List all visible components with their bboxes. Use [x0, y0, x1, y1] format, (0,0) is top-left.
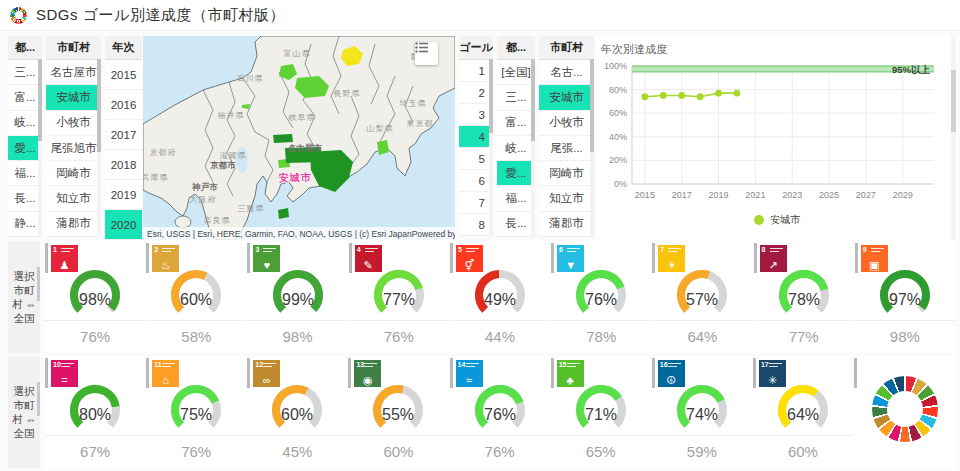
slicer-item-year[interactable]: 2017 [105, 120, 142, 150]
national-value: 67% [45, 435, 145, 468]
scrollbar[interactable] [951, 36, 956, 240]
goal-gauge-card[interactable]: 16 ☮ 74% 59% [652, 356, 752, 468]
slicer-item-municipality[interactable]: 安城市 [46, 85, 101, 110]
slicer-item-municipality[interactable]: 岡崎市 [539, 161, 594, 186]
slicer-item-prefecture[interactable]: 富... [8, 85, 42, 110]
national-value: 98% [247, 320, 347, 353]
slicer-item-municipality[interactable]: 岡崎市 [46, 161, 101, 186]
slicer-item-prefecture[interactable]: 富... [497, 111, 535, 136]
goal-gauge-card[interactable]: 15 ♣ 71% 65% [551, 356, 651, 468]
slicer-item-prefecture[interactable]: [全国] [497, 60, 535, 85]
selector-label-cell: 選択市町村 ⇔ 全国 [8, 356, 40, 468]
scrollbar[interactable] [489, 59, 493, 236]
gauge-arc: 49% [458, 263, 542, 325]
gauge-arc: 97% [863, 263, 947, 325]
slicer-item-prefecture[interactable]: 三... [8, 60, 42, 85]
slicer-item-goal[interactable]: 5 [459, 148, 493, 170]
slicer-item-year[interactable]: 2019 [105, 180, 142, 210]
goal-gauge-card[interactable]: 12 ∞ 60% 45% [247, 356, 347, 468]
svg-text:2023: 2023 [782, 190, 802, 200]
slicer-item-municipality[interactable]: 小牧市 [46, 111, 101, 136]
slicer-item-municipality[interactable]: 名古... [539, 60, 594, 85]
slicer-item-prefecture[interactable]: 岐... [8, 111, 42, 136]
slicer-item-year[interactable]: 2018 [105, 150, 142, 180]
scrollbar[interactable] [37, 382, 40, 416]
slicer-item-label: 尾張旭市 [51, 141, 97, 156]
goal-gauge-card[interactable]: 1 ♟ 98% 76% [45, 241, 145, 353]
gauge-arc: 76% [458, 378, 542, 440]
slicer-item-municipality[interactable]: 知立市 [539, 186, 594, 211]
slicer-list: 三...富...岐...愛...福...長...静... [8, 60, 42, 237]
slicer-item-goal[interactable]: 1 [459, 60, 493, 82]
goal-gauge-card[interactable]: 6 ▼ 76% 78% [551, 241, 651, 353]
slicer-item-goal[interactable]: 4 [459, 126, 493, 148]
goal-gauge-card[interactable]: 13 ◉ 55% 60% [348, 356, 448, 468]
slicer-item-municipality[interactable]: 知立市 [46, 186, 101, 211]
slicer-item-year[interactable]: 2016 [105, 90, 142, 120]
slicer-item-municipality[interactable]: 尾張... [539, 136, 594, 161]
gauge-arc: 74% [660, 378, 744, 440]
goal-gauge-card[interactable]: 11 ⌂ 75% 76% [146, 356, 246, 468]
goal-gauge-card[interactable]: 17 ✳ 64% 60% [753, 356, 853, 468]
goal-gauge-card[interactable]: 10 = 80% 67% [45, 356, 145, 468]
scrollbar[interactable] [38, 59, 42, 237]
slicer-item-prefecture[interactable]: 愛... [497, 161, 535, 186]
slicer-item-prefecture[interactable]: 岐... [497, 136, 535, 161]
gauge-arc: 75% [154, 378, 238, 440]
slicer-item-prefecture[interactable]: 三... [497, 85, 535, 110]
slicer-item-municipality[interactable]: 小牧市 [539, 111, 594, 136]
legend-label: 安城市 [770, 213, 800, 227]
slicer-item-year[interactable]: 2015 [105, 60, 142, 90]
map-legend-button[interactable] [415, 42, 438, 65]
svg-text:2025: 2025 [819, 190, 839, 200]
scrollbar[interactable] [590, 59, 594, 237]
scrollbar[interactable] [97, 59, 101, 237]
svg-text:2021: 2021 [745, 190, 765, 200]
gauge-value: 77% [383, 291, 415, 308]
slicer-item-label: 長... [505, 216, 526, 231]
slicer-item-label: 3 [479, 109, 485, 121]
slicer-item-prefecture[interactable]: 長... [8, 186, 42, 211]
slicer-item-municipality[interactable]: 名古屋市 [46, 60, 101, 85]
slicer-item-label: 2018 [111, 159, 137, 171]
svg-text:2017: 2017 [672, 190, 692, 200]
goal-gauge-card[interactable]: 2 ♨ 60% 58% [146, 241, 246, 353]
slicer-item-year[interactable]: 2020 [105, 210, 142, 240]
gauge-value: 60% [281, 406, 313, 423]
gauge-value: 57% [686, 291, 718, 308]
slicer-item-municipality[interactable]: 蒲郡市 [46, 212, 101, 237]
slicer-item-goal[interactable]: 3 [459, 104, 493, 126]
slicer-item-municipality[interactable]: 安城市 [539, 85, 594, 110]
goal-gauge-card[interactable]: 8 ↗ 78% 77% [754, 241, 854, 353]
goal-gauge-card[interactable]: 9 ▣ 97% 98% [855, 241, 955, 353]
goal-number: 17 [761, 361, 769, 368]
slicer-item-label: 岡崎市 [56, 166, 91, 181]
slicer-item-prefecture[interactable]: 福... [8, 161, 42, 186]
goal-number: 10 [53, 361, 61, 368]
goal-gauge-card[interactable]: 3 ♥ 99% 98% [247, 241, 347, 353]
slicer-item-goal[interactable]: 6 [459, 170, 493, 192]
goal-gauge-card[interactable]: 14 ≈ 76% 76% [450, 356, 550, 468]
scrollbar[interactable] [37, 267, 40, 301]
gauge-arc: 76% [559, 263, 643, 325]
svg-text:100%: 100% [604, 61, 627, 71]
gauge-value: 78% [788, 291, 820, 308]
scrollbar[interactable] [531, 59, 535, 237]
goal-gauge-card[interactable]: 7 ☀ 57% 64% [652, 241, 752, 353]
slicer-item-prefecture[interactable]: 静... [8, 212, 42, 237]
goal-gauge-card[interactable]: 4 ✎ 77% 76% [349, 241, 449, 353]
slicer-item-prefecture[interactable]: 愛... [8, 136, 42, 161]
goal-gauge-card[interactable]: 5 ⚥ 49% 44% [450, 241, 550, 353]
slicer-item-label: 福... [14, 166, 35, 181]
slicer-item-goal[interactable]: 7 [459, 192, 493, 214]
slicer-item-prefecture[interactable]: 福... [497, 186, 535, 211]
slicer-item-municipality[interactable]: 蒲郡市 [539, 212, 594, 237]
choropleth-map[interactable]: 富山県石川県長野県群馬県埼玉県福井県岐阜県山梨県東京都京都府滋賀県京都市兵庫県神… [143, 36, 455, 240]
slicer-item-municipality[interactable]: 尾張旭市 [46, 136, 101, 161]
sdgs-wheel-cell [854, 356, 955, 468]
slicer-item-goal[interactable]: 8 [459, 214, 493, 236]
slicer-item-label: 富... [14, 90, 35, 105]
slicer-item-prefecture[interactable]: 長... [497, 212, 535, 237]
gauge-value: 76% [585, 291, 617, 308]
slicer-item-goal[interactable]: 2 [459, 82, 493, 104]
